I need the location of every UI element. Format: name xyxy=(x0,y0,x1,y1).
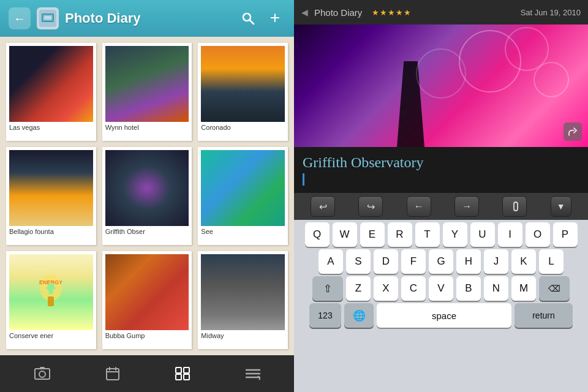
photo-label-bubba: Bubba Gump xyxy=(105,330,189,341)
photo-grid: Las vegas Wynn hotel Coronado Bellagio f… xyxy=(0,37,294,355)
photo-thumb-conserve: ENERGY xyxy=(9,254,93,330)
photo-label-see: See xyxy=(201,226,285,236)
photo-item-conserve[interactable]: ENERGY Conserve ener xyxy=(6,251,96,349)
undo-button[interactable]: ↩ xyxy=(311,196,335,217)
key-o[interactable]: O xyxy=(526,222,550,247)
key-k[interactable]: K xyxy=(511,249,536,274)
keyboard-row-1: Q W E R T Y U I O P xyxy=(296,222,586,247)
key-z[interactable]: Z xyxy=(346,276,371,301)
search-button[interactable] xyxy=(238,8,258,29)
photo-item-midway[interactable]: Midway xyxy=(198,251,288,349)
key-l[interactable]: L xyxy=(539,249,564,274)
toolbar-calendar-btn[interactable] xyxy=(96,362,129,385)
key-h[interactable]: H xyxy=(456,249,481,274)
left-panel-title: Photo Diary xyxy=(65,10,232,26)
photo-label-bellagio: Bellagio founta xyxy=(9,226,93,236)
key-r[interactable]: R xyxy=(388,222,412,247)
key-g[interactable]: G xyxy=(429,249,453,274)
key-y[interactable]: Y xyxy=(443,222,467,247)
key-v[interactable]: V xyxy=(429,276,453,301)
key-e[interactable]: E xyxy=(360,222,385,247)
photo-item-bubba[interactable]: Bubba Gump xyxy=(102,251,192,349)
svg-point-10 xyxy=(39,371,45,377)
key-f[interactable]: F xyxy=(401,249,426,274)
entry-content: Griffith Observatory xyxy=(294,147,588,193)
space-key[interactable]: space xyxy=(377,303,511,328)
keyboard: Q W E R T Y U I O P A S D F G H J K L ⇧ … xyxy=(294,220,588,392)
edit-toolbar: ↩ ↪ ← → ▼ xyxy=(294,193,588,220)
photo-item-bellagio[interactable]: Bellagio founta xyxy=(6,147,96,245)
toolbar-photo-btn[interactable] xyxy=(24,362,60,385)
entry-photo xyxy=(294,24,588,147)
left-panel: ← Photo Diary + Las vegas xyxy=(0,0,294,392)
back-button[interactable]: ← xyxy=(9,7,31,29)
shift-key[interactable]: ⇧ xyxy=(312,276,343,301)
svg-point-22 xyxy=(459,31,521,92)
toolbar-grid-btn[interactable] xyxy=(165,362,200,385)
cursor-right-button[interactable]: → xyxy=(454,196,479,217)
photo-label-coronado: Coronado xyxy=(201,122,285,132)
photo-thumb-see xyxy=(201,150,285,226)
photo-thumb-coronado xyxy=(201,46,285,122)
photo-label-midway: Midway xyxy=(201,330,285,341)
toolbar-menu-btn[interactable] xyxy=(236,363,270,385)
key-d[interactable]: D xyxy=(374,249,398,274)
photo-item-lasvegas[interactable]: Las vegas xyxy=(6,43,96,141)
svg-rect-7 xyxy=(48,296,54,306)
svg-point-24 xyxy=(417,49,466,98)
photo-item-wynn[interactable]: Wynn hotel xyxy=(102,43,192,141)
redo-button[interactable]: ↪ xyxy=(358,196,383,217)
key-j[interactable]: J xyxy=(484,249,508,274)
text-cursor xyxy=(303,173,304,186)
photo-thumb-griffith xyxy=(105,150,189,226)
key-u[interactable]: U xyxy=(470,222,495,247)
attach-button[interactable] xyxy=(502,196,527,217)
key-i[interactable]: I xyxy=(498,222,522,247)
photo-thumb-bubba xyxy=(105,254,189,330)
photo-thumb-wynn xyxy=(105,46,189,122)
svg-rect-3 xyxy=(44,16,51,20)
key-n[interactable]: N xyxy=(484,276,508,301)
key-s[interactable]: S xyxy=(346,249,371,274)
add-button[interactable]: + xyxy=(265,8,285,29)
key-p[interactable]: P xyxy=(553,222,578,247)
photo-label-lasvegas: Las vegas xyxy=(9,122,93,132)
photo-item-see[interactable]: See xyxy=(198,147,288,245)
right-header: ◀ Photo Diary ★★★★★ Sat Jun 19, 2010 xyxy=(294,0,588,24)
return-key[interactable]: return xyxy=(514,303,573,328)
svg-rect-18 xyxy=(184,374,189,380)
globe-key[interactable]: 🌐 xyxy=(344,303,374,328)
photo-thumb-bellagio xyxy=(9,150,93,226)
key-c[interactable]: C xyxy=(401,276,426,301)
key-x[interactable]: X xyxy=(374,276,398,301)
photo-label-conserve: Conserve ener xyxy=(9,330,93,341)
svg-point-25 xyxy=(534,62,568,97)
key-w[interactable]: W xyxy=(333,222,357,247)
svg-rect-15 xyxy=(176,368,181,373)
photo-label-griffith: Griffith Obser xyxy=(105,226,189,236)
svg-line-5 xyxy=(250,20,254,24)
photo-label-wynn: Wynn hotel xyxy=(105,122,189,132)
key-q[interactable]: Q xyxy=(305,222,330,247)
photo-thumb-lasvegas xyxy=(9,46,93,122)
entry-title[interactable]: Griffith Observatory xyxy=(303,154,579,171)
rating-stars: ★★★★★ xyxy=(372,8,514,17)
keyboard-row-2: A S D F G H J K L xyxy=(296,249,586,274)
num-key[interactable]: 123 xyxy=(309,303,341,328)
photo-item-griffith[interactable]: Griffith Obser xyxy=(102,147,192,245)
key-b[interactable]: B xyxy=(456,276,481,301)
right-panel-title: Photo Diary xyxy=(314,7,362,18)
keyboard-bottom-row: 123 🌐 space return xyxy=(296,303,586,328)
expand-button[interactable]: ▼ xyxy=(551,196,571,217)
key-t[interactable]: T xyxy=(415,222,440,247)
left-header: ← Photo Diary + xyxy=(0,0,294,37)
key-a[interactable]: A xyxy=(318,249,343,274)
entry-date: Sat Jun 19, 2010 xyxy=(521,8,581,17)
delete-key[interactable]: ⌫ xyxy=(539,276,570,301)
svg-rect-11 xyxy=(107,369,119,380)
cursor-left-button[interactable]: ← xyxy=(407,196,431,217)
right-panel: ◀ Photo Diary ★★★★★ Sat Jun 19, 2010 Gri… xyxy=(294,0,588,392)
share-button[interactable] xyxy=(564,123,582,141)
key-m[interactable]: M xyxy=(511,276,536,301)
photo-item-coronado[interactable]: Coronado xyxy=(198,43,288,141)
